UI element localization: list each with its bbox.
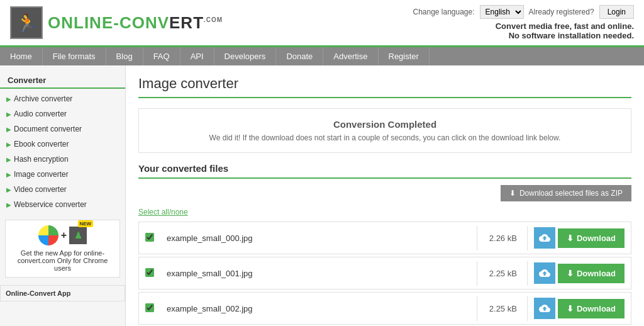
logo-main: ONLINE-CONVERT — [48, 13, 204, 32]
download-label: Download — [577, 233, 616, 243]
header-tagline: Convert media free, fast and online. No … — [413, 21, 634, 40]
sidebar-item-label: Hash encryption — [14, 155, 69, 164]
login-button[interactable]: Login — [599, 5, 634, 19]
file-checkbox[interactable] — [145, 268, 154, 277]
file-row: example_small_002.jpg 2.25 kB ⬇ Download — [138, 292, 631, 325]
main-nav: Home File formats Blog FAQ API Developer… — [0, 47, 644, 65]
sidebar-item-label: Archive converter — [14, 94, 72, 103]
sidebar-item-label: Audio converter — [14, 110, 67, 118]
sidebar-item-archive[interactable]: ▶ Archive converter — [0, 91, 125, 106]
file-row: example_small_001.jpg 2.25 kB ⬇ Download — [138, 257, 631, 289]
file-checkbox-area — [139, 233, 160, 244]
logo-box: 🏃 — [10, 6, 43, 39]
arrow-icon: ▶ — [6, 141, 11, 148]
nav-advertise[interactable]: Advertise — [323, 47, 378, 65]
cloud-upload-icon — [539, 267, 550, 279]
sidebar-item-webservice[interactable]: ▶ Webservice converter — [0, 197, 125, 212]
file-size: 2.25 kB — [477, 296, 528, 321]
sidebar-item-label: Image converter — [14, 170, 69, 179]
cloud-upload-icon — [539, 232, 550, 244]
conversion-completed-box: Conversion Completed We did it! If the d… — [138, 108, 631, 153]
logo-area: 🏃 ONLINE-CONVERT.COM — [10, 6, 223, 39]
zip-download-label: Download selected files as ZIP — [519, 189, 623, 198]
tagline-line1: Convert media free, fast and online. — [413, 21, 634, 31]
sidebar-item-document[interactable]: ▶ Document converter — [0, 121, 125, 137]
language-select[interactable]: English — [480, 5, 524, 19]
nav-home[interactable]: Home — [0, 47, 43, 65]
nav-faq[interactable]: FAQ — [143, 47, 180, 65]
nav-blog[interactable]: Blog — [106, 47, 143, 65]
app-section-title: Online-Convert App — [0, 285, 125, 301]
file-name: example_small_001.jpg — [160, 261, 477, 286]
file-size: 2.25 kB — [477, 261, 528, 286]
file-actions: ⬇ Download — [528, 293, 631, 324]
nav-developers[interactable]: Developers — [214, 47, 277, 65]
download-icon: ⬇ — [509, 189, 516, 198]
plus-icon: + — [61, 230, 67, 241]
download-button-2[interactable]: ⬇ Download — [558, 299, 625, 318]
sidebar-item-image[interactable]: ▶ Image converter — [0, 167, 125, 182]
file-name: example_small_002.jpg — [160, 296, 477, 321]
cloud-upload-button[interactable] — [534, 262, 555, 284]
download-button-1[interactable]: ⬇ Download — [558, 264, 625, 283]
oc-app-icon: ♟ — [69, 227, 87, 244]
file-size: 2.26 kB — [477, 226, 528, 250]
sidebar: Converter ▶ Archive converter ▶ Audio co… — [0, 65, 126, 326]
nav-register[interactable]: Register — [379, 47, 430, 65]
file-actions: ⬇ Download — [528, 257, 631, 289]
download-arrow-icon: ⬇ — [567, 233, 574, 243]
tagline-line2: No software installation needed. — [413, 31, 634, 40]
header-top: Change language: English Already registe… — [413, 5, 634, 19]
lang-label: Change language: — [413, 8, 474, 16]
arrow-icon: ▶ — [6, 111, 11, 118]
arrow-icon: ▶ — [6, 156, 11, 163]
zip-download-bar: ⬇ Download selected files as ZIP — [138, 185, 631, 201]
chrome-promo: + ♟ NEW Get the new App for online-conve… — [5, 220, 120, 278]
sidebar-item-audio[interactable]: ▶ Audio converter — [0, 106, 125, 121]
sidebar-item-hash[interactable]: ▶ Hash encryption — [0, 152, 125, 167]
sidebar-section-title: Converter — [0, 72, 125, 89]
registered-label: Already registered? — [529, 8, 594, 16]
file-checkbox-area — [139, 303, 160, 314]
header: 🏃 ONLINE-CONVERT.COM Change language: En… — [0, 0, 644, 47]
select-all-link[interactable]: Select all/none — [138, 208, 631, 216]
chrome-promo-text: Get the new App for online-convert.com O… — [11, 249, 114, 272]
logo-text: ONLINE-CONVERT.COM — [48, 13, 223, 33]
arrow-icon: ▶ — [6, 126, 11, 133]
cloud-upload-icon — [539, 303, 550, 314]
download-label: Download — [577, 269, 616, 278]
nav-api[interactable]: API — [180, 47, 214, 65]
download-label: Download — [577, 304, 616, 313]
cloud-upload-button[interactable] — [534, 227, 555, 249]
arrow-icon: ▶ — [6, 171, 11, 178]
download-arrow-icon: ⬇ — [567, 269, 574, 278]
chrome-icon — [38, 225, 58, 245]
file-row: example_small_000.jpg 2.26 kB ⬇ Download — [138, 222, 631, 254]
download-arrow-icon: ⬇ — [567, 304, 574, 313]
cloud-upload-button[interactable] — [534, 298, 555, 319]
arrow-icon: ▶ — [6, 201, 11, 208]
file-actions: ⬇ Download — [528, 222, 631, 254]
header-right: Change language: English Already registe… — [413, 5, 634, 40]
main-content: Image converter Conversion Completed We … — [126, 65, 644, 326]
nav-donate[interactable]: Donate — [276, 47, 323, 65]
page-layout: Converter ▶ Archive converter ▶ Audio co… — [0, 65, 644, 326]
sidebar-item-video[interactable]: ▶ Video converter — [0, 182, 125, 197]
file-checkbox-area — [139, 268, 160, 279]
file-checkbox[interactable] — [145, 303, 154, 312]
file-name: example_small_000.jpg — [160, 226, 477, 250]
logo-tld: .COM — [204, 16, 223, 23]
zip-download-button[interactable]: ⬇ Download selected files as ZIP — [501, 185, 631, 201]
conversion-title: Conversion Completed — [152, 119, 618, 130]
sidebar-item-label: Webservice converter — [14, 200, 87, 209]
chrome-promo-icons: + ♟ NEW — [11, 225, 114, 245]
logo-figure-icon: 🏃 — [16, 13, 38, 33]
sidebar-item-ebook[interactable]: ▶ Ebook converter — [0, 137, 125, 152]
nav-file-formats[interactable]: File formats — [43, 47, 106, 65]
file-checkbox[interactable] — [145, 233, 154, 242]
arrow-icon: ▶ — [6, 186, 11, 193]
sidebar-item-label: Document converter — [14, 125, 82, 133]
page-title: Image converter — [138, 76, 631, 98]
download-button-0[interactable]: ⬇ Download — [558, 228, 625, 248]
new-badge: NEW — [78, 220, 94, 227]
